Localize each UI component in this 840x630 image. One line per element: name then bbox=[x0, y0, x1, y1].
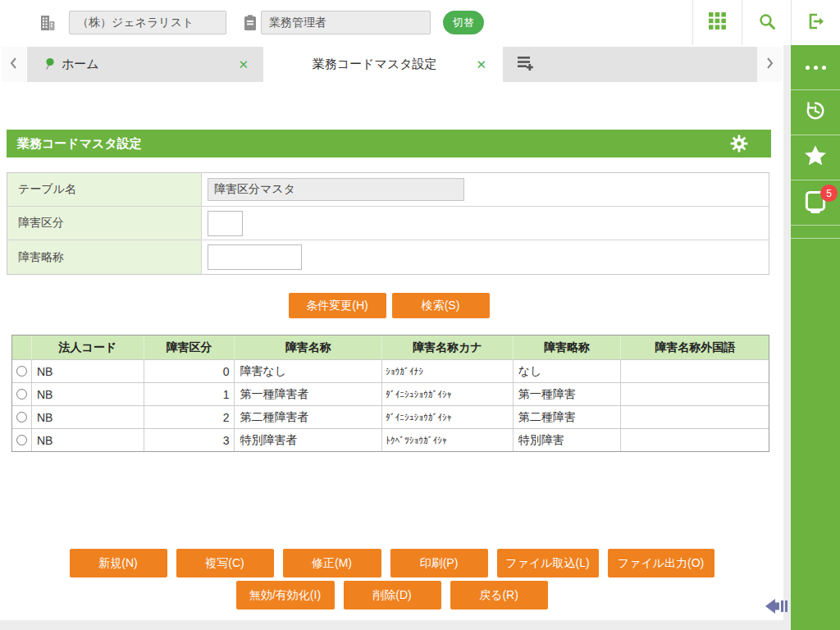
header-foreign-name: 障害名称外国語 bbox=[621, 336, 769, 359]
header-category: 障害区分 bbox=[144, 336, 235, 359]
sidebar-spacer bbox=[791, 226, 840, 239]
change-condition-button[interactable]: 条件変更(H) bbox=[289, 293, 386, 318]
content-panel: ホーム ✕ 業務コードマスタ設定 ✕ 業務コードマスタ設定 テーブル名 bbox=[0, 45, 783, 620]
role-input[interactable] bbox=[261, 11, 431, 34]
short-name-input[interactable] bbox=[208, 244, 302, 270]
table-row: NB 0 障害なし ｼｮｳｶﾞｲﾅｼ なし bbox=[12, 359, 769, 382]
delete-button[interactable]: 削除(D) bbox=[344, 581, 441, 609]
category-label: 障害区分 bbox=[7, 207, 202, 240]
close-icon[interactable]: ✕ bbox=[472, 57, 490, 72]
top-header: 切替 bbox=[0, 0, 840, 45]
action-button-row-2: 無効/有効化(I) 削除(D) 戻る(R) bbox=[0, 581, 783, 609]
action-button-row-1: 新規(N) 複写(C) 修正(M) 印刷(P) ファイル取込(L) ファイル出力… bbox=[0, 549, 783, 578]
table-name-field bbox=[208, 178, 464, 201]
cell-foreign-name bbox=[621, 360, 769, 382]
next-tab-button[interactable] bbox=[757, 47, 782, 82]
tab-bar: ホーム ✕ 業務コードマスタ設定 ✕ bbox=[0, 45, 783, 82]
building-icon bbox=[38, 13, 57, 36]
cell-category: 1 bbox=[144, 383, 235, 405]
app-root: { "header": { "company": { "value": "（株）… bbox=[0, 0, 840, 630]
switch-button[interactable]: 切替 bbox=[443, 11, 484, 34]
cell-corp-code: NB bbox=[32, 383, 144, 405]
copy-button[interactable]: 複写(C) bbox=[176, 549, 274, 578]
cell-short-name: 第二種障害 bbox=[514, 406, 622, 428]
header-select bbox=[12, 336, 32, 359]
row-radio[interactable] bbox=[16, 435, 27, 445]
enable-disable-button[interactable]: 無効/有効化(I) bbox=[236, 581, 335, 609]
header-kana: 障害名称カナ bbox=[382, 336, 514, 359]
cell-foreign-name bbox=[621, 383, 769, 405]
table-row: NB 2 第二種障害者 ﾀﾞｲﾆｼｭｼｮｳｶﾞｲｼｬ 第二種障害 bbox=[12, 405, 769, 428]
right-sidebar: 5 bbox=[791, 45, 840, 630]
cell-kana: ｼｮｳｶﾞｲﾅｼ bbox=[382, 360, 514, 382]
favorites-button[interactable] bbox=[791, 135, 840, 180]
cell-category: 0 bbox=[144, 360, 235, 382]
search-icon bbox=[757, 11, 777, 34]
tab-business-code-master[interactable]: 業務コードマスタ設定 ✕ bbox=[265, 47, 501, 82]
logout-button[interactable] bbox=[791, 0, 840, 45]
header-corp-code: 法人コード bbox=[32, 336, 144, 359]
results-table: 法人コード 障害区分 障害名称 障害名称カナ 障害略称 障害名称外国語 NB 0… bbox=[11, 335, 769, 452]
tab-home-label: ホーム bbox=[62, 57, 235, 72]
modify-button[interactable]: 修正(M) bbox=[283, 549, 381, 578]
table-header-row: 法人コード 障害区分 障害名称 障害名称カナ 障害略称 障害名称外国語 bbox=[12, 336, 769, 359]
cell-kana: ﾄｸﾍﾞﾂｼｮｳｶﾞｲｼｬ bbox=[382, 429, 514, 451]
form-row-short-name: 障害略称 bbox=[7, 240, 769, 274]
cell-corp-code: NB bbox=[32, 360, 144, 382]
cell-name: 特別障害者 bbox=[235, 429, 382, 451]
cell-short-name: 特別障害 bbox=[514, 429, 622, 451]
category-input[interactable] bbox=[208, 211, 243, 236]
add-tab-icon bbox=[516, 54, 537, 75]
print-button[interactable]: 印刷(P) bbox=[390, 549, 488, 578]
cell-short-name: なし bbox=[514, 360, 622, 382]
app-grid-button[interactable] bbox=[692, 0, 742, 45]
table-row: NB 1 第一種障害者 ﾀﾞｲﾆｼｭｼｮｳｶﾞｲｼｬ 第一種障害 bbox=[12, 382, 769, 405]
close-icon[interactable]: ✕ bbox=[235, 57, 252, 72]
history-button[interactable] bbox=[791, 90, 840, 135]
search-button[interactable]: 検索(S) bbox=[392, 293, 490, 318]
file-export-button[interactable]: ファイル出力(O) bbox=[608, 549, 714, 578]
back-button[interactable]: 戻る(R) bbox=[450, 581, 548, 609]
tray-button[interactable]: 5 bbox=[791, 180, 840, 226]
company-input[interactable] bbox=[69, 11, 226, 34]
row-radio[interactable] bbox=[16, 389, 27, 399]
gear-icon[interactable] bbox=[730, 135, 748, 156]
cell-foreign-name bbox=[621, 406, 769, 428]
prev-tab-button[interactable] bbox=[2, 47, 26, 82]
tab-home[interactable]: ホーム ✕ bbox=[27, 47, 263, 82]
header-name: 障害名称 bbox=[235, 336, 382, 359]
cell-foreign-name bbox=[621, 429, 769, 451]
cell-kana: ﾀﾞｲﾆｼｭｼｮｳｶﾞｲｼｬ bbox=[382, 383, 514, 405]
search-form: テーブル名 障害区分 障害略称 bbox=[7, 172, 769, 275]
logout-icon bbox=[806, 11, 827, 34]
new-button[interactable]: 新規(N) bbox=[70, 549, 167, 578]
header-short-name: 障害略称 bbox=[514, 336, 622, 359]
table-name-label: テーブル名 bbox=[7, 173, 202, 206]
search-button-row: 条件変更(H) 検索(S) bbox=[0, 293, 778, 318]
cell-name: 第一種障害者 bbox=[235, 383, 382, 405]
next-tab-icon bbox=[765, 57, 774, 73]
cell-kana: ﾀﾞｲﾆｼｭｼｮｳｶﾞｲｼｬ bbox=[382, 406, 514, 428]
more-options-button[interactable] bbox=[791, 45, 840, 90]
global-search-button[interactable] bbox=[742, 0, 791, 45]
pin-icon bbox=[43, 57, 55, 71]
short-name-label: 障害略称 bbox=[7, 240, 202, 274]
form-row-category: 障害区分 bbox=[7, 207, 769, 240]
cell-name: 障害なし bbox=[235, 360, 382, 382]
add-tab-button[interactable] bbox=[503, 47, 759, 82]
file-import-button[interactable]: ファイル取込(L) bbox=[497, 549, 599, 578]
collapse-arrow-icon[interactable] bbox=[765, 597, 788, 619]
form-row-table-name: テーブル名 bbox=[7, 173, 769, 207]
favorites-icon bbox=[802, 143, 829, 172]
header-actions bbox=[692, 0, 840, 45]
cell-corp-code: NB bbox=[32, 406, 144, 428]
cell-category: 3 bbox=[144, 429, 235, 451]
row-radio[interactable] bbox=[16, 412, 27, 422]
history-icon bbox=[803, 98, 828, 126]
row-radio[interactable] bbox=[16, 366, 27, 377]
cell-name: 第二種障害者 bbox=[235, 406, 382, 428]
tab-active-label: 業務コードマスタ設定 bbox=[276, 57, 472, 72]
more-icon bbox=[806, 66, 826, 70]
cell-category: 2 bbox=[144, 406, 235, 428]
page-title-bar: 業務コードマスタ設定 bbox=[7, 130, 771, 158]
